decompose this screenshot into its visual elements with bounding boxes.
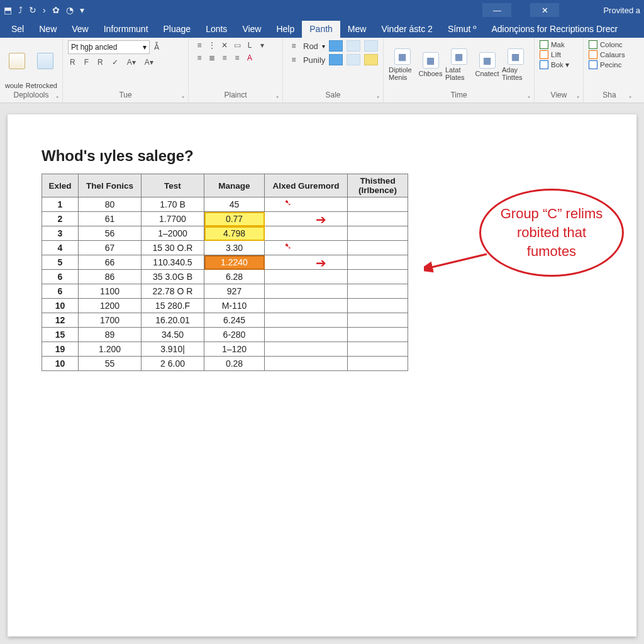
ribbon-button[interactable]: ▦Chboes [417, 52, 444, 77]
qat-chevron-right-icon[interactable]: › [43, 5, 46, 15]
font-style-button[interactable]: A▾ [125, 57, 138, 68]
table-cell [348, 299, 408, 313]
qat-sync-icon[interactable]: ✿ [52, 5, 60, 15]
menu-icon[interactable]: ≡ [288, 41, 299, 51]
data-table: ExledThel FonicsTestManageAlxed Guremord… [42, 174, 408, 371]
table-cell: 34.50 [142, 328, 204, 342]
font-style-button[interactable]: F [82, 57, 91, 68]
table-cell: 19 [42, 342, 79, 357]
table-cell: 6.245 [204, 313, 265, 328]
align-icon[interactable]: ≡ [194, 53, 205, 63]
table-cell [265, 299, 348, 313]
table-cell: 1.70 B [142, 197, 204, 212]
hand-pointer-icon: ➷ [284, 197, 292, 208]
ribbon-button[interactable]: ▦Latat Plates [445, 48, 472, 81]
table-cell: 55 [79, 357, 142, 371]
window-minimize-button[interactable]: — [482, 3, 511, 17]
ribbon-button[interactable]: ▦Cnatect [474, 52, 501, 77]
highlight-yellow[interactable] [364, 54, 378, 65]
arrow-right-icon: ➔ [316, 255, 326, 270]
table-cell: 0.77 [204, 212, 265, 226]
font-style-button[interactable]: R [96, 57, 105, 68]
tab-adion-ions-for-recriptions-drecr[interactable]: Adionçions for Recriptions Drecr [484, 21, 625, 38]
highlight-light[interactable] [347, 40, 360, 52]
ribbon-view-item[interactable]: Lìft [540, 50, 578, 59]
table-cell: 1.7700 [142, 212, 204, 226]
tab-mew[interactable]: Mew [340, 21, 374, 38]
table-row: 46715 30 O.R3.30 [42, 241, 408, 255]
font-name-select[interactable]: Pt hgþ ancled▾ [68, 40, 150, 54]
tab-vew[interactable]: Vew [64, 21, 96, 38]
callout-annotation: Group “C” relims robited that fumotes [479, 189, 624, 277]
qat-refresh-icon[interactable]: ↻ [29, 5, 36, 15]
table-cell: 80 [79, 197, 142, 212]
table-cell: 5 [42, 255, 79, 270]
ribbon-share-item[interactable]: Calaurs [589, 50, 630, 59]
ribbon-group-font: Pt hgþ ancled▾ A̐ RFR✓A▾A▾ Tue [63, 38, 189, 103]
menu-icon-2[interactable]: ≡ [288, 55, 299, 65]
table-row: 1801.70 B45 [42, 197, 408, 212]
clear-icon[interactable]: ✕ [219, 40, 230, 50]
rod-label[interactable]: Rod [303, 42, 318, 51]
ribbon-button[interactable]: ▦Aday Tinttes [502, 48, 529, 81]
tab-new[interactable]: New [31, 21, 64, 38]
highlight-blue-2[interactable] [329, 54, 343, 65]
table-cell: 2 6.00 [142, 357, 204, 371]
table-cell: 6 [42, 270, 79, 284]
tab-panth[interactable]: Panth [302, 21, 340, 38]
table-cell: 10 [42, 299, 79, 313]
list-icon[interactable]: ⋮ [206, 40, 218, 50]
tab-s-mut-[interactable]: Símut º [440, 21, 484, 38]
ribbon-share-item[interactable]: Colonc [589, 40, 630, 49]
font-color-icon[interactable]: A [244, 53, 255, 63]
tab-lonts[interactable]: Lonts [198, 21, 235, 38]
tab-pluage[interactable]: Pluage [156, 21, 199, 38]
tab-view[interactable]: View [235, 21, 269, 38]
indent-icon[interactable]: L [244, 40, 255, 50]
paste-button[interactable] [5, 53, 30, 69]
table-cell [265, 241, 348, 255]
table-cell: 3.30 [204, 241, 265, 255]
copy-button[interactable] [33, 53, 58, 69]
document-page[interactable]: Whod's ıyles salege? ExledThel FonicsTes… [8, 114, 636, 636]
table-cell [348, 342, 408, 357]
table-cell: 45 [204, 197, 265, 212]
highlight-light-3[interactable] [347, 54, 360, 65]
font-size-stepper[interactable]: A̐ [152, 42, 161, 53]
window-close-button[interactable]: ✕ [530, 3, 559, 17]
qat-more-icon[interactable]: ▾ [80, 5, 84, 15]
qat-clock-icon[interactable]: ◔ [66, 5, 74, 15]
table-row: 10120015 280.FM-110 [42, 299, 408, 313]
tab-sel[interactable]: Sel [4, 21, 31, 38]
ribbon-share-item[interactable]: Pecinc [589, 60, 630, 69]
table-row: 158934.506-280 [42, 328, 408, 342]
tab-informmunt[interactable]: Informmunt [96, 21, 156, 38]
font-style-button[interactable]: A▾ [143, 57, 155, 68]
ribbon-button[interactable]: ▦Diptiole Menis [389, 48, 416, 81]
qat-upload-icon[interactable]: ⤴ [18, 5, 23, 15]
app-icon[interactable]: ⬒ [4, 5, 12, 15]
align-right-icon[interactable]: ≡ [219, 53, 230, 63]
font-style-button[interactable]: R [68, 57, 77, 68]
table-cell: 1 [42, 197, 79, 212]
dropdown-icon[interactable]: ▾ [257, 40, 268, 50]
ribbon-view-item[interactable]: Bok ▾ [540, 60, 578, 69]
highlight-light-2[interactable] [364, 40, 378, 52]
border-icon[interactable]: ▭ [231, 40, 243, 50]
table-cell [348, 241, 408, 255]
table-cell [265, 197, 348, 212]
table-cell [265, 270, 348, 284]
align-center-icon[interactable]: ≣ [206, 53, 218, 63]
table-cell: 2 [42, 212, 79, 226]
table-cell: 15 30 O.R [142, 241, 204, 255]
table-cell: 66 [79, 255, 142, 270]
ribbon-view-item[interactable]: Mak [540, 40, 578, 49]
punily-label[interactable]: Punily [303, 55, 325, 65]
highlight-blue[interactable] [329, 40, 343, 52]
justify-icon[interactable]: ≡ [231, 53, 243, 63]
tab-help[interactable]: Help [269, 21, 302, 38]
align-left-icon[interactable]: ≡ [194, 40, 205, 50]
font-style-button[interactable]: ✓ [110, 57, 120, 68]
tab-vinder-stc-2[interactable]: Vinder ástc 2 [374, 21, 440, 38]
table-cell: 1100 [79, 284, 142, 299]
